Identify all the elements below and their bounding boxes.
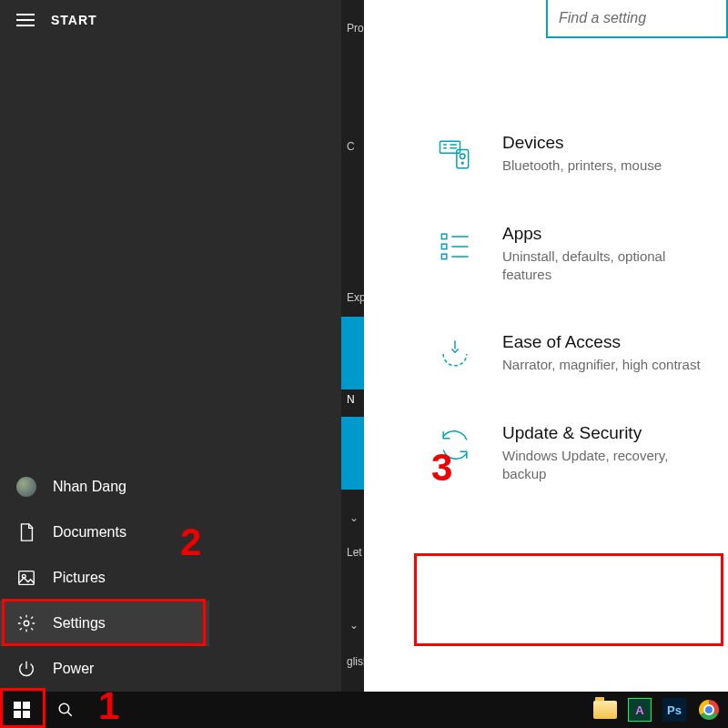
tile-lang-label: glish [347, 655, 364, 668]
rail-power[interactable]: Power [0, 646, 209, 692]
rail-user-label: Nhan Dang [53, 479, 126, 495]
settings-item-desc: Uninstall, defaults, optional features [502, 248, 713, 285]
rail-power-label: Power [53, 661, 94, 677]
rail-documents[interactable]: Documents [0, 510, 209, 555]
tile-group-label: Exp [347, 291, 364, 304]
svg-rect-7 [441, 234, 447, 239]
settings-item-ease-of-access[interactable]: Ease of Access Narrator, magnifier, high… [428, 308, 719, 399]
folder-icon [593, 701, 617, 719]
power-icon [16, 659, 36, 679]
taskbar-app-chrome[interactable] [693, 697, 724, 723]
settings-item-apps[interactable]: Apps Uninstall, defaults, optional featu… [428, 200, 719, 308]
tile-letter: C [347, 140, 355, 153]
rail-pictures[interactable]: Pictures [0, 555, 209, 601]
apps-icon [433, 224, 477, 268]
settings-item-desc: Narrator, magnifier, high contrast [502, 356, 701, 374]
taskbar-app-photoshop[interactable]: Ps [659, 697, 690, 723]
start-label: START [51, 13, 97, 27]
tile[interactable] [341, 317, 364, 389]
windows-icon [14, 702, 30, 718]
rail-settings[interactable]: Settings [0, 601, 209, 646]
devices-icon [433, 133, 477, 177]
chevron-down-icon[interactable]: ⌄ [349, 619, 359, 632]
svg-rect-9 [441, 254, 447, 259]
taskbar: A Ps [0, 692, 728, 728]
svg-point-2 [24, 621, 29, 626]
settings-item-title: Update & Security [502, 423, 713, 443]
settings-item-update-security[interactable]: Update & Security Windows Update, recove… [428, 399, 719, 508]
gear-icon [16, 613, 36, 633]
settings-item-desc: Bluetooth, printers, mouse [502, 157, 662, 175]
rail-settings-label: Settings [53, 615, 106, 632]
chevron-down-icon[interactable]: ⌄ [349, 511, 359, 524]
rail-user[interactable]: Nhan Dang [0, 464, 209, 510]
svg-rect-10 [14, 702, 21, 709]
settings-item-title: Apps [502, 224, 713, 244]
document-icon [16, 522, 36, 542]
avatar-icon [16, 477, 36, 497]
settings-item-title: Devices [502, 133, 662, 153]
svg-rect-12 [14, 711, 21, 718]
start-rail: Nhan Dang Documents Pictures Settings [0, 464, 209, 692]
svg-point-6 [461, 162, 463, 164]
settings-item-title: Ease of Access [502, 332, 701, 352]
svg-rect-8 [441, 244, 447, 249]
settings-item-devices[interactable]: Devices Bluetooth, printers, mouse [428, 109, 719, 200]
start-button[interactable] [0, 692, 44, 728]
search-icon [57, 702, 74, 718]
tile-letter: N [347, 393, 355, 406]
rail-documents-label: Documents [53, 524, 126, 541]
rail-pictures-label: Pictures [53, 570, 106, 586]
sync-icon [433, 423, 477, 467]
svg-rect-13 [23, 711, 30, 718]
taskbar-app[interactable]: A [624, 697, 655, 723]
settings-window: Devices Bluetooth, printers, mouse Apps … [364, 0, 728, 728]
app-icon: A [628, 698, 652, 722]
hamburger-icon[interactable] [16, 14, 35, 26]
tile[interactable] [341, 417, 364, 490]
settings-item-desc: Windows Update, recovery, backup [502, 447, 713, 484]
svg-point-14 [59, 703, 69, 713]
svg-point-5 [460, 154, 466, 159]
tile-group-label: Let [347, 546, 362, 559]
tiles-strip: Pro C Exp N ⌄ Let ⌄ glish [341, 0, 364, 692]
chrome-icon [699, 700, 719, 720]
photoshop-icon: Ps [662, 698, 686, 722]
svg-rect-11 [23, 702, 30, 709]
ease-of-access-icon [433, 332, 477, 376]
pictures-icon [16, 568, 36, 588]
search-button[interactable] [44, 692, 87, 728]
tile-group-label: Pro [347, 22, 364, 35]
search-input[interactable] [546, 0, 728, 38]
taskbar-app-explorer[interactable] [590, 697, 621, 723]
start-menu: START Nhan Dang Documents Pictures [0, 0, 364, 728]
svg-rect-0 [19, 571, 35, 585]
